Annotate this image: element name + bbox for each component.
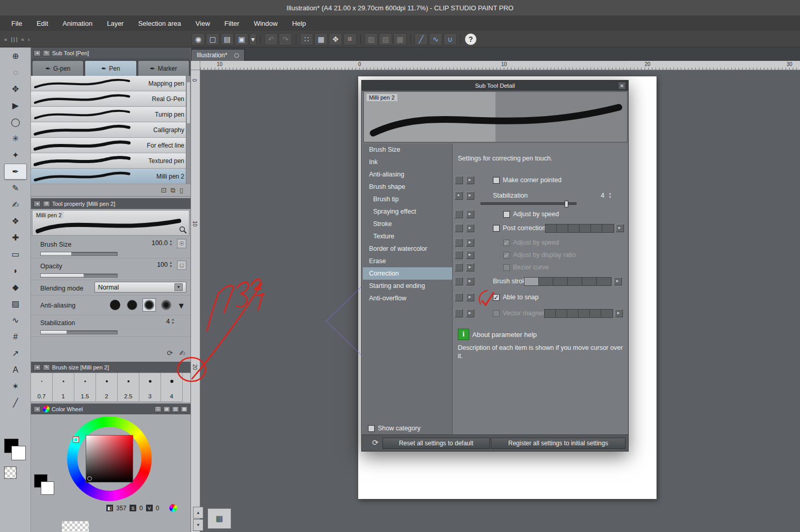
aa-middle-button[interactable] (142, 298, 156, 312)
view-mode-3-icon[interactable]: ▩ (393, 33, 407, 45)
save-file-icon[interactable]: ▣ (235, 33, 248, 45)
category-stroke[interactable]: Stroke (363, 218, 452, 230)
post-correction-level-control[interactable] (545, 224, 614, 233)
color-wheel-mini-icon[interactable] (169, 504, 177, 512)
lock-icon[interactable]: ⊡ (161, 186, 167, 194)
line-tool-icon[interactable]: ╱ (4, 395, 27, 411)
sub-color-swatch[interactable] (41, 481, 54, 495)
panel-collapse-icon[interactable]: ◂ (34, 201, 41, 207)
color-wheel-header[interactable]: ◂ Color Wheel ☰ ▦ ▨ ▩ (31, 404, 190, 414)
show-category-checkbox[interactable] (368, 425, 375, 432)
color-mixer-tab-icon[interactable]: ▨ (172, 406, 179, 412)
reset-all-settings-button[interactable]: Reset all settings to default (382, 438, 490, 449)
aa-weak-button[interactable] (125, 298, 139, 312)
menu-window[interactable]: Window (248, 18, 284, 29)
stabilization-value[interactable]: 4 (166, 318, 170, 325)
view-mode-2-icon[interactable]: ▧ (379, 33, 392, 45)
gradient-tool-icon[interactable]: ▨ (4, 296, 27, 312)
list-item-turnip-pen[interactable]: Turnip pen (31, 107, 190, 122)
category-ink[interactable]: Ink (363, 156, 452, 168)
category-brush-tip[interactable]: Brush tip (363, 193, 452, 205)
close-icon[interactable]: ✕ (618, 82, 626, 90)
magnifier-icon[interactable] (179, 226, 187, 234)
opacity-spinner[interactable]: ▲▼ (169, 261, 174, 268)
balloon-tool-icon[interactable]: ✶ (4, 378, 27, 394)
straight-line-icon[interactable]: ╱ (414, 33, 428, 45)
u-curve-icon[interactable]: ∪ (443, 33, 457, 45)
scroll-down-icon[interactable]: ▼ (193, 519, 203, 531)
category-correction[interactable]: Correction (363, 267, 452, 280)
panel-collapse-icon[interactable]: ◂ (34, 364, 41, 370)
pen-list-scrollbar[interactable] (186, 76, 190, 184)
param-arrow-button[interactable] (466, 224, 474, 232)
category-anti-overflow[interactable]: Anti-overflow (363, 292, 452, 304)
ruler-tool-icon[interactable]: ↗ (4, 345, 27, 361)
param-arrow-button[interactable] (466, 277, 474, 285)
undo-icon[interactable]: ↶ (264, 33, 278, 45)
chevron-down-icon[interactable]: ▼ (177, 301, 185, 311)
tab-marker[interactable]: ✒Marker (138, 60, 189, 76)
text-tool-icon[interactable]: A (4, 362, 27, 378)
able-to-snap-checkbox[interactable] (493, 294, 500, 301)
brush-size-1.5[interactable]: 1.5 (74, 373, 96, 402)
param-arrow-button[interactable] (466, 238, 474, 247)
blending-mode-dropdown[interactable]: Normal ▼ (94, 282, 186, 293)
show-indicator-button[interactable] (455, 309, 463, 317)
make-corner-pointed-checkbox[interactable] (493, 177, 500, 184)
reset-defaults-icon[interactable]: ⟳ (167, 349, 173, 357)
param-arrow-button[interactable] (466, 263, 474, 271)
dialog-titlebar[interactable]: Sub Tool Detail (362, 80, 628, 91)
param-arrow-button[interactable] (466, 176, 474, 184)
register-all-settings-button[interactable]: Register all settings to initial setting… (491, 438, 626, 449)
brush-size-slider[interactable] (40, 252, 118, 256)
show-indicator-button[interactable] (455, 224, 463, 232)
opacity-source-icon[interactable]: □ (177, 261, 186, 270)
hue-ring[interactable] (67, 416, 152, 501)
list-item-for-effect-line[interactable]: For effect line (31, 138, 190, 153)
pencil-tool-icon[interactable]: ✎ (4, 180, 27, 196)
menu-selection-area[interactable]: Selection area (132, 18, 187, 29)
open-file-icon[interactable]: ▤ (220, 33, 234, 45)
panel-collapse-icon[interactable]: ◂ (34, 406, 41, 412)
color-history-tab-icon[interactable]: ▩ (181, 406, 188, 412)
tab-menu-icon[interactable] (234, 53, 239, 58)
menu-view[interactable]: View (189, 18, 216, 29)
subtool-panel-header[interactable]: ◂ ✎ Sub Tool [Pen] (31, 47, 190, 58)
show-indicator-button[interactable] (455, 210, 463, 218)
scroll-up-icon[interactable]: ▲ (193, 507, 203, 519)
brush-size-4[interactable]: 4 (161, 373, 183, 402)
view-mode-1-icon[interactable]: ▨ (364, 33, 378, 45)
brush-size-3[interactable]: 3 (139, 373, 161, 402)
brush-size-spinner[interactable]: ▲▼ (169, 239, 174, 247)
tab-pen[interactable]: ✒Pen (85, 60, 136, 76)
transparent-color-swatch[interactable] (4, 466, 17, 479)
brush-stroke-level-control[interactable] (524, 277, 612, 286)
list-item-calligraphy[interactable]: Calligraphy (31, 122, 190, 138)
list-item-milli-pen-2[interactable]: Milli pen 2 (31, 169, 190, 184)
category-brush-size[interactable]: Brush Size (363, 143, 452, 156)
figure-tool-icon[interactable]: ∿ (4, 312, 27, 328)
airbrush-tool-icon[interactable]: ❖ (4, 213, 27, 229)
aa-none-button[interactable] (108, 298, 122, 312)
aa-strong-button[interactable] (159, 298, 173, 312)
panel-collapse-icon[interactable]: ◂ (34, 50, 41, 56)
tool-property-header[interactable]: ◂ ⚙ Tool property [Milli pen 2] (31, 198, 190, 209)
color-slider-tab-icon[interactable]: ☰ (154, 406, 162, 412)
register-defaults-icon[interactable]: ✍ (179, 349, 185, 357)
help-icon[interactable]: ? (465, 33, 477, 45)
brush-size-value[interactable]: 100.0 (152, 239, 168, 247)
select-tool-icon[interactable]: ◌ (4, 65, 27, 80)
operation-tool-icon[interactable]: ▶ (4, 98, 27, 114)
document-tab[interactable]: Illustration* (191, 49, 245, 61)
sv-square[interactable] (86, 435, 133, 482)
param-arrow-button[interactable] (466, 293, 474, 301)
pen-tool-icon[interactable]: ✒ (4, 164, 27, 180)
snap-ruler-icon[interactable]: ∷ (300, 33, 313, 45)
show-indicator-button[interactable] (455, 238, 463, 247)
category-erase[interactable]: Erase (363, 255, 452, 267)
stabilization-value[interactable]: 4 (601, 192, 604, 199)
param-arrow-button[interactable] (466, 309, 474, 317)
category-texture[interactable]: Texture (363, 230, 452, 243)
menu-file[interactable]: File (5, 18, 28, 29)
brush-size-0.7[interactable]: 0.7 (31, 373, 53, 402)
